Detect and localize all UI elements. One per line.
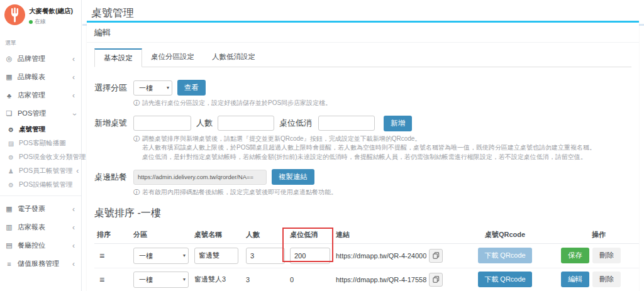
table-row: ≡ 一樓 ▾ 窗邊雙人3 3 0 https://dmapp.tw/QR-4-1… bbox=[94, 268, 639, 291]
info-icon: ⓘ bbox=[133, 99, 140, 107]
sidebar: 大麥餐飲(總店) 在線 選單 ◎ 品牌管理 ‹ ▦ 品牌報表 ‹ ♣ 店家管理 … bbox=[0, 0, 82, 291]
minimum-label: 桌位低消 bbox=[279, 118, 312, 129]
chevron-down-icon: ‹ bbox=[70, 112, 79, 116]
row-zone-select[interactable]: 一樓 ▾ bbox=[133, 248, 189, 264]
new-table-minimum-input[interactable] bbox=[318, 116, 375, 131]
copy-link-button[interactable]: 複製連結 bbox=[272, 169, 314, 185]
sidebar-item-pos-cash-category[interactable]: ⚙ POS現金收支分類管理 bbox=[0, 150, 81, 164]
header-minimum: 桌位低消 bbox=[287, 226, 333, 244]
main-content: 桌號管理 編輯 基本設定 桌位分區設定 人數低消設定 選擇分區 一樓 ▾ 查看 bbox=[82, 0, 644, 291]
table-minimum: 0 bbox=[287, 268, 333, 291]
divider bbox=[0, 195, 81, 196]
header-people: 人數 bbox=[243, 226, 287, 244]
gear-icon: ⚙ bbox=[7, 182, 15, 189]
zone-select-input[interactable]: 一樓 bbox=[133, 80, 172, 96]
calendar-icon: ▤ bbox=[5, 241, 13, 250]
sidebar-item-stored-value-service[interactable]: ≡ 儲值服務管理 ‹ bbox=[0, 255, 81, 273]
chevron-left-icon: ‹ bbox=[72, 55, 76, 63]
download-qrcode-button[interactable]: 下載 QRcode bbox=[478, 272, 531, 287]
table-list: 排序 分區 桌號名稱 人數 桌位低消 連結 桌號QRcode 操作 ≡ bbox=[94, 226, 639, 291]
edit-button[interactable]: 編輯 bbox=[561, 272, 589, 287]
chevron-left-icon: ‹ bbox=[72, 205, 76, 214]
table-icon: ▦ bbox=[5, 73, 13, 81]
gear-icon: ⚙ bbox=[7, 154, 15, 161]
desktop-icon: ❏ bbox=[5, 109, 13, 118]
chevron-left-icon: ‹ bbox=[76, 167, 80, 175]
view-button[interactable]: 查看 bbox=[177, 80, 206, 96]
sidebar-item-pos-carousel[interactable]: ▨ POS客顯輪播圖 bbox=[0, 136, 81, 150]
image-icon: ▨ bbox=[7, 140, 15, 147]
bars-icon: ≡ bbox=[5, 260, 13, 268]
sidebar-item-restaurant-seating[interactable]: ▤ 餐廳控位 ‹ bbox=[0, 236, 81, 255]
user-icon: ♟ bbox=[7, 168, 15, 175]
table-row-editing: ≡ 一樓 ▾ https://dmapp.tw/QR-4-24000 bbox=[94, 243, 639, 268]
header-sort: 排序 bbox=[94, 226, 131, 244]
online-dot-icon bbox=[29, 20, 33, 24]
card-title: 編輯 bbox=[87, 23, 639, 43]
sidebar-item-store-reports[interactable]: ▥ 店家報表 ‹ bbox=[0, 218, 81, 236]
download-qrcode-button[interactable]: 下載 QRcode bbox=[478, 248, 531, 263]
people-label: 人數 bbox=[196, 118, 213, 129]
tab-minimum-settings[interactable]: 人數低消設定 bbox=[203, 48, 264, 67]
row-minimum-input[interactable] bbox=[290, 248, 330, 264]
tab-zone-settings[interactable]: 桌位分區設定 bbox=[142, 48, 203, 67]
tab-basic-settings[interactable]: 基本設定 bbox=[94, 48, 142, 67]
sidebar-item-pos-device-account[interactable]: ⚙ POS設備帳號管理 bbox=[0, 178, 81, 192]
sidebar-item-brand-management[interactable]: ◎ 品牌管理 ‹ bbox=[0, 50, 81, 68]
row-name-input[interactable] bbox=[194, 248, 238, 264]
table-name: 窗邊雙人3 bbox=[192, 268, 243, 291]
qrorder-url-field: https://admin.idelivery.com.tw/qrorder/N… bbox=[133, 170, 267, 185]
row-zone-select[interactable]: 一樓 ▾ bbox=[133, 272, 189, 288]
header-name: 桌號名稱 bbox=[192, 226, 243, 244]
header-link: 連結 bbox=[333, 226, 426, 244]
info-icon: ⓘ bbox=[133, 188, 140, 197]
brand: 大麥餐飲(總店) 在線 bbox=[0, 0, 81, 28]
add-hint-1: ⓘ 調整桌號排序與新增桌號後，請點選『提交並更新QRcode』按鈕，完成設定並下… bbox=[133, 135, 631, 143]
sidebar-item-pos-management[interactable]: ❏ POS管理 ‹ bbox=[0, 104, 81, 123]
chevron-left-icon: ‹ bbox=[72, 73, 76, 82]
brand-logo-icon bbox=[4, 4, 25, 28]
qrorder-label: 桌邊點餐 bbox=[94, 172, 128, 183]
chevron-left-icon: ‹ bbox=[72, 223, 76, 232]
chevron-left-icon: ‹ bbox=[72, 241, 76, 250]
save-button[interactable]: 保存 bbox=[561, 248, 589, 263]
add-button[interactable]: 新增 bbox=[384, 116, 412, 131]
table-link: https://dmapp.tw/QR-4-24000 bbox=[336, 252, 426, 260]
drag-handle-icon[interactable]: ≡ bbox=[97, 251, 104, 261]
menu-label: 選單 bbox=[0, 28, 81, 50]
zone-select[interactable]: 一樓 ▾ bbox=[133, 80, 172, 96]
copy-row-link-button[interactable] bbox=[429, 273, 443, 287]
table-people: 3 bbox=[243, 268, 287, 291]
new-table-people-input[interactable] bbox=[218, 116, 274, 131]
table-icon: ▦ bbox=[5, 205, 13, 213]
add-table-label: 新增桌號 bbox=[94, 118, 128, 129]
add-hint-3: ⓘ 桌位低消，是針對指定桌號結帳時，若結帳金額(折扣前)未達設定的低消時，會提醒… bbox=[133, 153, 631, 162]
copy-row-link-button[interactable] bbox=[429, 249, 443, 263]
delete-button[interactable]: 刪除 bbox=[592, 272, 621, 287]
delete-button[interactable]: 刪除 bbox=[592, 248, 621, 263]
edit-card: 編輯 基本設定 桌位分區設定 人數低消設定 選擇分區 一樓 ▾ 查看 ⓘ 請先進… bbox=[87, 21, 639, 291]
table-link: https://dmapp.tw/QR-4-17558 bbox=[336, 276, 426, 283]
info-icon: ⓘ bbox=[133, 135, 140, 143]
sitemap-icon: ♣ bbox=[5, 92, 13, 99]
drag-handle-icon[interactable]: ≡ bbox=[97, 275, 104, 285]
table-wrap: 排序 分區 桌號名稱 人數 桌位低消 連結 桌號QRcode 操作 ≡ bbox=[94, 226, 631, 291]
brand-status: 在線 bbox=[29, 18, 73, 26]
add-hint-2: ⓘ 若人數有填寫該桌人數上限後，於POS開桌且超過人數上限時會提醒，若人數為空值… bbox=[133, 143, 631, 152]
header-qrcode: 桌號QRcode bbox=[452, 226, 558, 244]
new-table-name-input[interactable] bbox=[133, 116, 191, 131]
row-people-input[interactable] bbox=[246, 248, 285, 264]
brand-name: 大麥餐飲(總店) bbox=[29, 7, 73, 16]
tab-bar: 基本設定 桌位分區設定 人數低消設定 bbox=[94, 48, 631, 67]
header-zone: 分區 bbox=[131, 226, 192, 244]
brand-status-label: 在線 bbox=[35, 18, 46, 26]
sidebar-item-pos-staff-account[interactable]: ♟ POS員工帳號管理 ‹ bbox=[0, 164, 81, 178]
copy-icon bbox=[433, 252, 440, 259]
sidebar-item-table-number-management[interactable]: ⚙ 桌號管理 bbox=[0, 123, 81, 136]
section-title: 桌號排序 -一樓 bbox=[94, 207, 631, 220]
chevron-left-icon: ‹ bbox=[72, 91, 76, 100]
sidebar-item-brand-reports[interactable]: ▦ 品牌報表 ‹ bbox=[0, 68, 81, 86]
sidebar-item-e-invoice[interactable]: ▦ 電子發票 ‹ bbox=[0, 200, 81, 218]
registered-icon: ◎ bbox=[5, 55, 13, 63]
sidebar-item-store-management[interactable]: ♣ 店家管理 ‹ bbox=[0, 86, 81, 104]
